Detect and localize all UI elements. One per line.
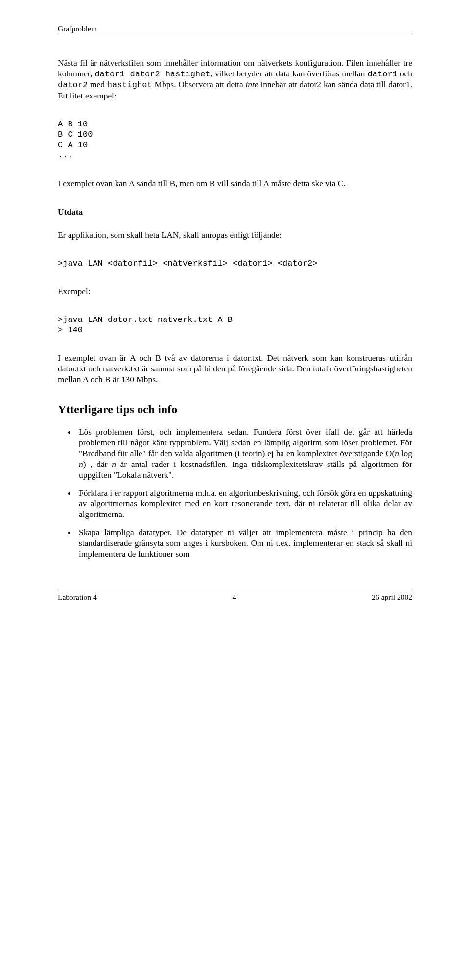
paragraph-intro: Nästa fil är nätverksfilen som innehålle…	[58, 58, 412, 101]
paragraph-invoke: Er applikation, som skall heta LAN, skal…	[58, 230, 412, 241]
paragraph-explain: I exemplet ovan kan A sända till B, men …	[58, 178, 412, 189]
list-item: Lös problemen först, och implementera se…	[76, 427, 412, 481]
code-inline: dator1 dator2 hastighet	[94, 70, 210, 79]
paragraph-result: I exemplet ovan är A och B två av datore…	[58, 353, 412, 385]
paragraph-example-label: Exempel:	[58, 286, 412, 297]
math-bigO: O	[386, 448, 392, 458]
emphasis: inte	[245, 79, 258, 89]
tips-list: Lös problemen först, och implementera se…	[58, 427, 412, 560]
list-item: Förklara i er rapport algoritmerna m.h.a…	[76, 488, 412, 520]
header-title: Grafproblem	[58, 24, 97, 33]
code-inline: dator2	[58, 80, 88, 90]
footer-left: Laboration 4	[58, 593, 97, 602]
page-footer: Laboration 4 4 26 april 2002	[58, 590, 412, 602]
running-head: Grafproblem	[58, 24, 412, 35]
footer-page-number: 4	[233, 593, 236, 602]
code-inline: hastighet	[107, 80, 152, 90]
code-block-usage: >java LAN <datorfil> <nätverksfil> <dato…	[58, 258, 412, 269]
code-block-network: A B 10 B C 100 C A 10 ...	[58, 119, 412, 161]
list-item: Skapa lämpliga datatyper. De datatyper n…	[76, 527, 412, 560]
footer-date: 26 april 2002	[372, 593, 412, 602]
subheading-utdata: Utdata	[58, 207, 412, 217]
section-heading-tips: Ytterligare tips och info	[58, 403, 412, 416]
code-block-example: >java LAN dator.txt natverk.txt A B > 14…	[58, 315, 412, 336]
code-inline: dator1	[368, 70, 398, 79]
